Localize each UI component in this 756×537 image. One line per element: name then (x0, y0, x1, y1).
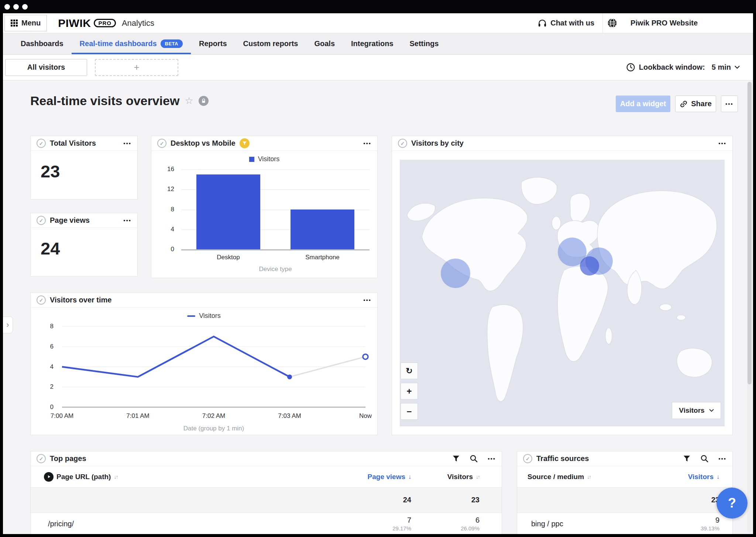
help-button[interactable]: ? (717, 488, 748, 519)
sort-icon: ↓↑ (587, 474, 591, 480)
widget-desktop-vs-mobile: ✓ Desktop vs Mobile ••• Visitors 0481216… (151, 136, 378, 278)
window-control-dot[interactable] (22, 4, 28, 10)
sort-icon: ↓↑ (476, 474, 480, 480)
filter-icon[interactable] (452, 455, 460, 462)
tab-dashboards[interactable]: Dashboards (13, 33, 72, 54)
widget-menu-button[interactable]: ••• (718, 140, 726, 146)
app-header: Menu PIWIK PRO Analytics Chat with us Pi… (3, 13, 753, 33)
main-nav: Dashboards Real-time dashboards BETA Rep… (3, 33, 753, 55)
table-header: Page URL (path) ↓↑ Page views ↓ Visitors… (31, 466, 502, 487)
chevron-down-icon (709, 409, 714, 412)
search-icon[interactable] (470, 454, 478, 463)
share-button[interactable]: Share (675, 96, 716, 112)
tab-real-time-dashboards[interactable]: Real-time dashboards BETA (72, 33, 191, 54)
scrollbar-thumb[interactable] (748, 82, 752, 384)
legend-label: Visitors (258, 155, 280, 163)
widget-menu-button[interactable]: ••• (363, 297, 371, 303)
lookback-window-dropdown[interactable]: Lookback window: 5 min (626, 63, 740, 72)
tab-custom-reports[interactable]: Custom reports (235, 33, 306, 54)
site-name: Piwik PRO Website (630, 19, 698, 27)
total-visitors-value: 23 (41, 161, 60, 181)
world-map[interactable] (400, 160, 725, 426)
tab-goals[interactable]: Goals (306, 33, 343, 54)
lookback-label: Lookback window: (639, 63, 705, 72)
sort-desc-icon: ↓ (717, 474, 719, 480)
column-visitors[interactable]: Visitors ↓ (688, 466, 719, 487)
line-chart: Visitors 024687:00 AM7:01 AM7:02 AM7:03 … (31, 308, 377, 435)
page-views-pct: 29.17% (360, 525, 411, 531)
app-window: Menu PIWIK PRO Analytics Chat with us Pi… (3, 13, 753, 534)
column-visitors[interactable]: Visitors ↓↑ (447, 466, 480, 487)
visitor-bubble (441, 259, 470, 288)
dashboard-content: Real-time visits overview ☆ Add a widget… (3, 80, 753, 534)
map-metric-dropdown[interactable]: Visitors (672, 402, 721, 419)
widget-menu-button[interactable]: ••• (123, 140, 131, 146)
add-widget-button[interactable]: Add a widget (616, 96, 670, 112)
check-circle-icon: ✓ (37, 295, 46, 305)
page-url-cell: /pricing/ (48, 520, 74, 528)
menu-button[interactable]: Menu (4, 15, 47, 31)
logo-pro-badge: PRO (94, 19, 116, 27)
map-zoom-out-button[interactable]: − (401, 403, 418, 420)
headset-icon (537, 18, 547, 28)
column-page-views[interactable]: Page views ↓ (368, 466, 411, 487)
dashboard-more-button[interactable]: ••• (721, 96, 738, 112)
total-visitors: 23 (435, 496, 480, 504)
page-title: Real-time visits overview (30, 94, 179, 108)
favorite-star-icon[interactable]: ☆ (185, 95, 193, 107)
bar-desktop (196, 174, 260, 249)
beta-badge: BETA (161, 39, 183, 48)
funnel-icon (242, 141, 247, 146)
widget-title: Desktop vs Mobile (171, 139, 236, 148)
chat-with-us-button[interactable]: Chat with us (529, 13, 602, 33)
widget-title: Page views (50, 216, 90, 225)
site-selector[interactable]: Piwik PRO Website (622, 13, 753, 33)
widget-title: Top pages (50, 454, 86, 463)
lock-icon (199, 96, 209, 106)
tab-settings[interactable]: Settings (402, 33, 447, 54)
logo-product-name: Analytics (122, 18, 154, 28)
window-control-dot[interactable] (13, 4, 19, 10)
check-circle-icon: ✓ (398, 139, 407, 148)
search-icon[interactable] (700, 454, 709, 463)
plus-icon: + (134, 62, 139, 73)
scrollbar (747, 82, 752, 533)
page-views-value: 24 (41, 238, 60, 259)
visitors-cell: 9 39.13% (668, 516, 719, 531)
chevron-down-icon (735, 66, 740, 69)
table-row[interactable]: bing / ppc 9 39.13% (517, 513, 732, 534)
widget-menu-button[interactable]: ••• (488, 455, 496, 462)
link-icon (680, 100, 688, 108)
clock-icon (626, 63, 635, 72)
widget-menu-button[interactable]: ••• (718, 455, 726, 462)
chart-legend: Visitors (151, 155, 377, 163)
filter-icon[interactable] (683, 455, 691, 462)
language-globe-button[interactable] (602, 13, 622, 33)
widget-visitors-over-time: ✓ Visitors over time ••• Visitors 024687… (30, 292, 378, 435)
total-visitors: 23 (675, 496, 719, 504)
table-total-row: 23 (517, 487, 732, 513)
map-zoom-in-button[interactable]: + (401, 383, 418, 399)
bar-smartphone (291, 209, 354, 250)
logo-piwik-text: PIWIK (58, 17, 91, 30)
map-reset-button[interactable]: ↻ (401, 363, 418, 379)
sidebar-expander[interactable]: › (3, 316, 13, 333)
column-source-medium[interactable]: Source / medium ↓↑ (528, 466, 591, 487)
add-segment-button[interactable]: + (95, 59, 178, 76)
table-header: Source / medium ↓↑ Visitors ↓ (517, 466, 732, 487)
filter-bar: All visitors + Lookback window: 5 min (3, 55, 753, 80)
table-row[interactable]: /pricing/ 7 29.17% 6 26.09% (31, 513, 502, 534)
page-views-cell: 7 29.17% (360, 516, 411, 531)
filter-applied-badge[interactable] (240, 138, 250, 148)
sort-icon: ↓↑ (114, 474, 117, 480)
piwik-pro-logo: PIWIK PRO Analytics (58, 13, 154, 33)
widget-menu-button[interactable]: ••• (123, 217, 131, 224)
tab-reports[interactable]: Reports (191, 33, 235, 54)
window-control-dot[interactable] (4, 4, 10, 10)
widget-title: Traffic sources (536, 454, 589, 463)
tab-integrations[interactable]: Integrations (343, 33, 401, 54)
widget-traffic-sources: ✓ Traffic sources ••• Source / medium ↓↑… (517, 451, 733, 534)
column-page-url[interactable]: Page URL (path) ↓↑ (44, 466, 117, 487)
widget-menu-button[interactable]: ••• (363, 140, 371, 146)
segment-all-visitors-button[interactable]: All visitors (5, 59, 87, 76)
